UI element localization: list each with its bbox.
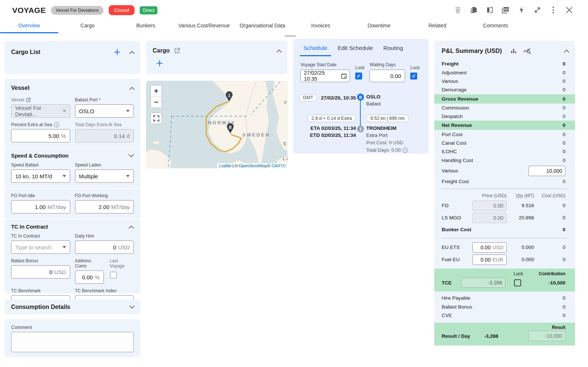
vessel-title: Vessel <box>11 85 30 91</box>
ballast-port-select[interactable]: OSLO <box>75 104 134 118</box>
pnl-row-net-revenue: Net Revenue0 <box>434 121 575 130</box>
fuel-row-fo: FO 0.00 9.516 0 <box>434 199 575 212</box>
lock-voyage-start-checkbox[interactable]: ✓ <box>355 73 362 80</box>
pnl-row-freight-cost: Freight Cost0 <box>434 177 575 186</box>
expand-icon[interactable] <box>533 6 541 14</box>
compare-documents-icon[interactable] <box>486 6 494 14</box>
pnl-row-cve: CVE0 <box>434 311 575 320</box>
pdf-export-icon[interactable]: PDF <box>502 6 510 14</box>
page-title: VOYAGE <box>12 6 46 15</box>
close-icon[interactable] <box>565 6 573 14</box>
actions-bolt-icon[interactable] <box>517 6 526 14</box>
total-days-info-icon[interactable]: i <box>402 148 408 153</box>
open-cargo-external-icon[interactable] <box>174 48 180 54</box>
pnl-row-demurrage: Demurrage0 <box>434 85 575 94</box>
contribution-value: -10,000 <box>548 280 565 286</box>
tab-overview[interactable]: Overview <box>0 18 58 33</box>
trend-analysis-icon[interactable] <box>523 48 531 54</box>
percent-extra-input[interactable]: 5.00% <box>11 129 70 142</box>
fuel-table-header: Price (USD) Qty (MT) Cost (USD) <box>434 192 575 199</box>
collapse-tc-in-contract-icon[interactable] <box>129 225 134 229</box>
add-cargo-line-icon[interactable] <box>156 60 163 67</box>
map-fullscreen-button[interactable] <box>150 112 162 124</box>
eu-ets-input[interactable]: 0.00USD <box>472 242 507 253</box>
percent-extra-label: Percent Extra at Sea <box>11 122 52 127</box>
schedule-timeline: B 1 GMT 27/02/25, 10:35 OSLO Ballast 2.9… <box>293 87 429 150</box>
map-label-lat: LAT <box>283 156 288 161</box>
tc-in-contract-label: TC In Contract <box>11 233 40 239</box>
carto-link[interactable]: CARTO <box>272 164 286 168</box>
open-vessel-external-icon[interactable] <box>26 98 31 102</box>
fo-port-idle-input[interactable]: 1.00MT/day <box>11 200 70 213</box>
tab-various-cost-revenue[interactable]: Various Cost/Revenue <box>175 18 233 33</box>
tab-bunkers[interactable]: Bunkers <box>117 18 175 33</box>
bar-chart-icon[interactable] <box>511 48 517 54</box>
map-zoom-in-button[interactable]: + <box>151 85 162 97</box>
voyage-map[interactable]: NORWAY SWEDEN DENMARK FI ES LAT 1 B + − <box>146 81 288 168</box>
fo-port-idle-label: FO Port Idle <box>11 193 35 198</box>
tc-benchmark-label: TC Benchmark <box>11 288 41 293</box>
address-comn-input[interactable]: 0.00% <box>75 270 104 284</box>
expand-consumption-details-icon[interactable] <box>129 306 135 309</box>
pnl-row-gross-revenue: Gross Revenue0 <box>434 94 575 104</box>
collapse-pnl-icon[interactable] <box>564 49 569 53</box>
svg-text:1: 1 <box>228 94 230 98</box>
speed-ballast-select[interactable]: 10 kn, 10 MT/d <box>11 169 70 183</box>
tab-related[interactable]: Related <box>408 18 466 33</box>
fo-port-working-input[interactable]: 2.00MT/day <box>75 200 134 213</box>
tab-edit-schedule[interactable]: Edit Schedule <box>334 43 377 56</box>
comment-textarea[interactable] <box>11 332 134 352</box>
last-voyage-checkbox[interactable] <box>110 272 117 279</box>
lock-waiting-days-label: Lock <box>410 65 419 70</box>
tab-cargo[interactable]: Cargo <box>58 18 117 33</box>
speed-laden-select[interactable]: Multiple <box>75 169 134 183</box>
copy-icon[interactable] <box>470 6 478 14</box>
fuel-eu-input[interactable]: 0.00EUR <box>472 255 507 265</box>
voyage-start-date-input[interactable]: 27/02/25 10:35 <box>300 70 350 82</box>
pnl-row-commission: Commission0 <box>434 104 575 112</box>
tab-comments[interactable]: Comments <box>466 18 525 33</box>
leg1-type: Ballast <box>366 101 381 107</box>
collapse-vessel-icon[interactable] <box>129 87 135 90</box>
map-label-sweden: SWEDEN <box>242 132 270 138</box>
map-label-es: ES <box>283 141 288 147</box>
tc-in-contract-select[interactable]: Type to search. <box>11 240 70 254</box>
ballast-bonus-input[interactable]: 0USD <box>11 265 70 279</box>
percent-extra-info-icon[interactable]: i <box>54 122 59 127</box>
tab-routing[interactable]: Routing <box>380 43 407 56</box>
tce-block: Lock Contribution TCE -3,288 -10,000 <box>434 269 575 292</box>
leg2-port: TRONDHEIM <box>366 125 408 131</box>
vessel-chip: Vessel For Deviations <box>51 6 103 15</box>
tab-organisational-data[interactable]: Organisational Data <box>233 18 292 33</box>
calendar-icon[interactable] <box>341 73 347 79</box>
daily-hire-input[interactable]: 0USD <box>75 240 134 254</box>
tce-lock-checkbox[interactable] <box>514 279 521 286</box>
window-header: VOYAGE Vessel For Deviations Closed Dire… <box>0 0 588 19</box>
tab-invoices[interactable]: Invoices <box>292 18 350 33</box>
collapse-speed-consumption-icon[interactable] <box>129 154 134 158</box>
cargo-title: Cargo <box>153 47 170 54</box>
lock-waiting-days-checkbox[interactable]: ✓ <box>410 73 417 80</box>
tc-in-contract-title: TC In Contract <box>11 224 48 230</box>
address-comn-label: Address Comn <box>75 258 104 269</box>
collapse-cargo-icon[interactable] <box>276 49 282 53</box>
add-cargo-icon[interactable] <box>114 49 120 55</box>
various-cost-input[interactable]: 10,000 <box>528 166 565 176</box>
tab-schedule[interactable]: Schedule <box>300 43 331 56</box>
result-value-input: -10,000 <box>528 331 565 341</box>
map-label-fi: FI <box>284 100 288 105</box>
map-zoom-out-button[interactable]: − <box>151 97 162 108</box>
leg1-port: OSLO <box>366 94 381 100</box>
more-menu-icon[interactable] <box>549 6 557 14</box>
pnl-row-hire-payable: Hire Payable0 <box>434 294 575 302</box>
collapse-cargo-list-icon[interactable] <box>129 51 135 54</box>
osm-link[interactable]: OpenStreetMap <box>239 164 268 168</box>
pnl-row-bunker-cost: Bunker Cost0 <box>434 224 575 235</box>
splitter-handle[interactable] <box>285 35 296 37</box>
result-block: Result Result / Day -3,288 -10,000 <box>434 323 575 346</box>
cargo-panel: Cargo <box>146 41 288 74</box>
waiting-days-input[interactable]: 0.00 <box>370 70 405 82</box>
leaflet-link[interactable]: Leaflet <box>219 164 231 168</box>
vessel-select: Vessel For Deviati... <box>11 104 70 118</box>
tab-downtime[interactable]: Downtime <box>350 18 408 33</box>
